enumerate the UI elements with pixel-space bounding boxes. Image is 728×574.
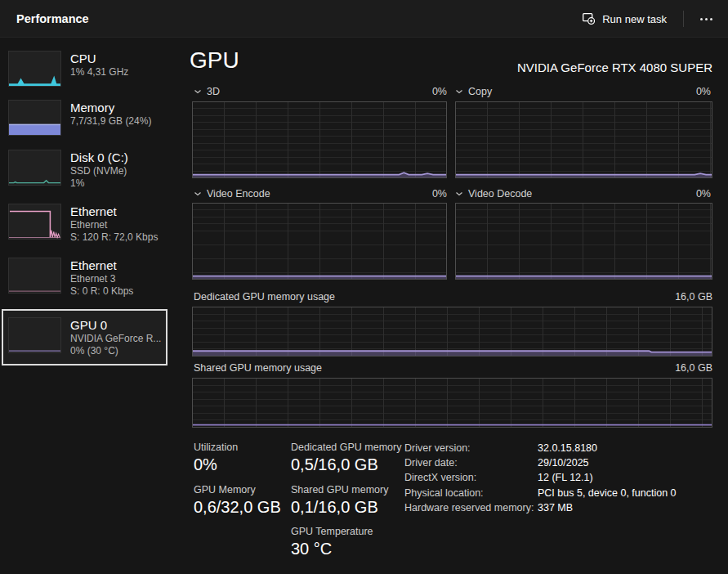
sidebar-cpu-stats: 1% 4,31 GHz [70,66,128,78]
stat-dedicated-memory-value: 0,5/16,0 GB [291,455,378,474]
chart-dedicated-memory [192,307,712,357]
sidebar-gpu-title: GPU 0 [70,317,161,333]
sidebar-ethernet1-title: Ethernet [70,204,158,219]
stat-gpu-memory-value: 0,6/32,0 GB [194,498,281,517]
detail-physical-location: Physical location:PCI bus 5, device 0, f… [404,486,677,500]
ethernet2-mini-graph [8,258,61,294]
sidebar-ethernet1-name: Ethernet [70,219,158,231]
chart-value-video-encode: 0% [432,188,447,200]
chevron-down-icon[interactable] [194,89,202,94]
chart-copy-trace [456,102,712,177]
chevron-down-icon[interactable] [194,191,202,196]
sidebar-disk-type: SSD (NVMe) [70,165,128,177]
sidebar-memory-title: Memory [70,100,151,115]
cpu-mini-graph [8,51,61,87]
detail-driver-date: Driver date:29/10/2025 [404,455,677,470]
more-options-button[interactable] [692,7,720,30]
sidebar-item-disk0[interactable]: Disk 0 (C:) SSD (NVMe) 1% [2,148,167,191]
stat-shared-memory-value: 0,1/16,0 GB [291,498,378,517]
sidebar-item-memory[interactable]: Memory 7,7/31,9 GB (24%) [2,98,167,137]
dedicated-memory-capacity: 16,0 GB [675,291,712,303]
stat-shared-memory-label: Shared GPU memory [291,484,388,496]
shared-memory-header: Shared GPU memory usage 16,0 GB [194,362,712,374]
detail-directx-version: DirectX version:12 (FL 12.1) [404,470,677,485]
sidebar-ethernet2-title: Ethernet [70,258,133,273]
chart-3d-trace [193,102,446,177]
titlebar-actions: Run new task [574,0,720,38]
gpu-heading: GPU [190,47,239,74]
chart-video-encode [192,203,447,280]
chevron-down-icon[interactable] [455,191,463,196]
chart-value-3d: 0% [432,86,447,97]
sidebar-item-ethernet-1[interactable]: Ethernet Ethernet S: 120 R: 72,0 Kbps [2,202,167,245]
chart-label-video-decode: Video Decode [468,188,532,200]
stat-dedicated-memory-label: Dedicated GPU memory [291,442,401,453]
chart-value-video-decode: 0% [696,188,711,200]
dedicated-memory-header: Dedicated GPU memory usage 16,0 GB [194,291,712,303]
disk-mini-graph [8,150,61,186]
chart-header-copy: Copy 0% [455,84,711,99]
sidebar-disk-stats: 1% [70,177,128,190]
chart-copy [455,101,712,178]
sidebar-item-cpu[interactable]: CPU 1% 4,31 GHz [2,49,167,88]
chart-3d [192,101,447,178]
chart-video-decode-trace [456,204,712,279]
stat-utilization-label: Utilization [194,442,238,453]
run-new-task-label: Run new task [602,13,667,25]
chart-label-3d: 3D [207,86,220,97]
chart-header-3d: 3D 0% [194,84,447,99]
sidebar-disk-title: Disk 0 (C:) [70,150,128,165]
chart-video-encode-trace [193,204,446,279]
page-title: Performance [16,0,89,38]
chart-header-video-encode: Video Encode 0% [194,186,447,201]
titlebar-divider [683,11,684,27]
stat-gpu-temperature-label: GPU Temperature [291,526,373,537]
run-new-task-button[interactable]: Run new task [574,7,675,32]
ellipsis-icon [700,18,703,20]
chart-label-video-encode: Video Encode [207,188,270,200]
ethernet1-mini-graph [8,204,61,240]
gpu-device-name: NVIDIA GeForce RTX 4080 SUPER [517,61,712,74]
run-new-task-icon [582,11,595,27]
stat-utilization-value: 0% [194,455,217,474]
gpu-mini-graph [8,317,61,353]
titlebar: Performance Run new task [0,0,728,38]
shared-memory-capacity: 16,0 GB [675,362,712,374]
chart-header-video-decode: Video Decode 0% [455,186,711,201]
chart-value-copy: 0% [696,86,711,97]
sidebar-ethernet2-name: Ethernet 3 [70,273,133,285]
shared-memory-label: Shared GPU memory usage [194,362,322,374]
dedicated-memory-label: Dedicated GPU memory usage [194,291,335,303]
chevron-down-icon[interactable] [455,89,463,94]
stat-gpu-temperature-value: 30 °C [291,540,332,558]
sidebar-ethernet1-stats: S: 120 R: 72,0 Kbps [70,231,158,244]
gpu-details: Driver version:32.0.15.8180 Driver date:… [404,441,677,515]
stat-gpu-memory-label: GPU Memory [194,484,256,496]
detail-hardware-reserved-memory: Hardware reserved memory:337 MB [404,500,677,515]
memory-mini-graph [8,100,61,136]
sidebar-cpu-title: CPU [70,51,128,66]
sidebar-gpu-stats: 0% (30 °C) [70,345,161,357]
sidebar-item-ethernet-2[interactable]: Ethernet Ethernet 3 S: 0 R: 0 Kbps [2,256,167,299]
chart-shared-memory [192,378,712,428]
sidebar-ethernet2-stats: S: 0 R: 0 Kbps [70,285,133,298]
dedicated-memory-trace [193,307,712,356]
detail-driver-version: Driver version:32.0.15.8180 [404,441,677,455]
sidebar-gpu-name: NVIDIA GeForce R... [70,333,161,345]
sidebar-memory-stats: 7,7/31,9 GB (24%) [70,115,151,128]
chart-label-copy: Copy [468,86,492,97]
sidebar-item-gpu0[interactable]: GPU 0 NVIDIA GeForce R... 0% (30 °C) [2,309,167,365]
chart-video-decode [455,203,712,280]
shared-memory-trace [193,379,712,427]
